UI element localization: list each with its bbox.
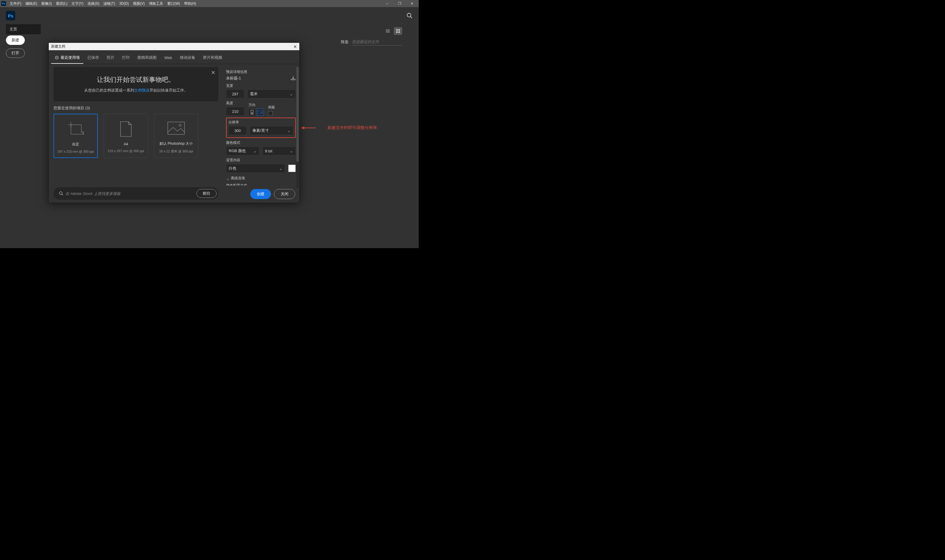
banner: ✕ 让我们开始尝试新事物吧。 从您自己的文档设置或一系列文档预设开始以快速开始工… bbox=[54, 67, 218, 101]
landscape-icon bbox=[257, 110, 263, 114]
height-input[interactable]: 210 bbox=[226, 107, 244, 116]
menu-layer[interactable]: 图层(L) bbox=[54, 1, 70, 6]
preset-name: 默认 Photoshop 大小 bbox=[160, 141, 193, 146]
menu-help[interactable]: 帮助(H) bbox=[182, 1, 198, 6]
portrait-icon bbox=[250, 110, 254, 115]
svg-line-1 bbox=[410, 17, 412, 18]
advanced-toggle[interactable]: ⌄高级选项 bbox=[226, 176, 296, 181]
tab-art[interactable]: 图稿和插图 bbox=[134, 52, 160, 64]
details-scrollbar-thumb[interactable] bbox=[296, 67, 299, 162]
menu-text[interactable]: 文字(Y) bbox=[69, 1, 85, 6]
orient-label: 方向 bbox=[248, 103, 264, 108]
svg-point-0 bbox=[407, 13, 411, 17]
tab-saved[interactable]: 已保存 bbox=[84, 52, 103, 64]
dialog-close-icon[interactable]: ✕ bbox=[293, 44, 297, 49]
width-input[interactable]: 297 bbox=[226, 89, 244, 98]
artboard-checkbox[interactable] bbox=[268, 111, 273, 116]
view-grid-icon[interactable] bbox=[394, 27, 402, 35]
open-button[interactable]: 打开 bbox=[6, 48, 25, 58]
chevron-down-icon: ⌄ bbox=[253, 149, 257, 153]
save-preset-icon[interactable] bbox=[290, 75, 296, 81]
profile-label: 颜色配置文件 bbox=[226, 183, 296, 186]
chevron-down-icon: ⌄ bbox=[279, 166, 282, 171]
stock-search-input[interactable] bbox=[63, 189, 196, 198]
ps-logo-icon: Ps bbox=[6, 11, 15, 20]
filter-input[interactable] bbox=[352, 38, 402, 46]
chevron-down-icon: ⌄ bbox=[287, 128, 291, 133]
resolution-input[interactable]: 300 bbox=[228, 126, 247, 135]
tab-web[interactable]: Web bbox=[161, 52, 176, 64]
bitdepth-select[interactable]: 8 bit⌄ bbox=[262, 146, 296, 155]
app-mini-icon: Ps bbox=[1, 1, 6, 6]
bg-select[interactable]: 白色⌄ bbox=[226, 164, 285, 173]
annotation-arrow-icon bbox=[301, 126, 316, 130]
tab-recent[interactable]: 最近使用项 bbox=[51, 52, 83, 64]
colormode-select[interactable]: RGB 颜色⌄ bbox=[226, 146, 259, 155]
main-area: 主页 新建 打开 筛选 新建文件时即可调整分辨率 新建文档 ✕ 最近使用项 已保… bbox=[0, 24, 419, 248]
menu-3d[interactable]: 3D(D) bbox=[117, 2, 131, 6]
stock-search-icon bbox=[59, 191, 63, 196]
svg-point-25 bbox=[261, 112, 262, 113]
svg-point-6 bbox=[386, 31, 387, 31]
banner-link[interactable]: 文档预设 bbox=[134, 88, 150, 92]
preset-name: 自定 bbox=[72, 142, 79, 147]
home-tab[interactable]: 主页 bbox=[6, 24, 41, 34]
resolution-label: 分辨率 bbox=[228, 120, 293, 125]
new-button[interactable]: 新建 bbox=[6, 35, 25, 45]
chevron-down-icon: ⌄ bbox=[226, 176, 230, 181]
menu-window[interactable]: 窗口(W) bbox=[165, 1, 182, 6]
preset-a4[interactable]: A4 210 x 297 mm @ 300 ppi bbox=[104, 114, 148, 158]
close-button[interactable]: 关闭 bbox=[274, 189, 295, 199]
preset-default[interactable]: 默认 Photoshop 大小 16 x 12 厘米 @ 300 ppi bbox=[154, 114, 198, 158]
menu-plugins[interactable]: 增效工具 bbox=[147, 1, 165, 6]
menu-filter[interactable]: 滤镜(T) bbox=[101, 1, 117, 6]
svg-rect-10 bbox=[396, 31, 398, 33]
preset-custom[interactable]: 自定 297 x 210 mm @ 300 ppi bbox=[54, 114, 98, 158]
clock-icon bbox=[55, 55, 59, 60]
width-unit-select[interactable]: 毫米⌄ bbox=[247, 89, 296, 98]
svg-rect-17 bbox=[168, 122, 185, 134]
svg-rect-11 bbox=[398, 31, 400, 33]
tab-mobile[interactable]: 移动设备 bbox=[176, 52, 199, 64]
menu-image[interactable]: 图像(I) bbox=[39, 1, 54, 6]
tab-recent-label: 最近使用项 bbox=[60, 55, 80, 60]
window-close-icon[interactable]: ✕ bbox=[406, 0, 418, 7]
resolution-unit-select[interactable]: 像素/英寸⌄ bbox=[250, 126, 293, 135]
search-icon[interactable] bbox=[406, 12, 413, 19]
chevron-down-icon: ⌄ bbox=[290, 149, 293, 153]
view-list-icon[interactable] bbox=[384, 27, 392, 35]
filter-label: 筛选 bbox=[341, 39, 348, 45]
custom-doc-icon bbox=[66, 120, 85, 138]
window-minimize-icon[interactable]: ─ bbox=[381, 0, 393, 7]
details-header: 预设详细信息 bbox=[226, 69, 296, 74]
preset-details-panel: 预设详细信息 未标题-1 宽度 297 毫米⌄ 高度 210 bbox=[223, 64, 299, 203]
svg-rect-9 bbox=[398, 29, 400, 31]
height-label: 高度 bbox=[226, 101, 244, 106]
go-button[interactable]: 前往 bbox=[196, 189, 217, 198]
orientation-portrait[interactable] bbox=[248, 109, 256, 116]
svg-rect-8 bbox=[396, 29, 398, 31]
preset-sub: 297 x 210 mm @ 300 ppi bbox=[57, 150, 94, 153]
create-button[interactable]: 创建 bbox=[250, 189, 271, 199]
svg-point-23 bbox=[251, 112, 253, 114]
svg-point-18 bbox=[179, 124, 181, 126]
doc-name-field[interactable]: 未标题-1 bbox=[226, 75, 241, 81]
orientation-landscape[interactable] bbox=[257, 109, 264, 116]
menu-file[interactable]: 文件(F) bbox=[8, 1, 23, 6]
bg-color-swatch[interactable] bbox=[288, 165, 296, 172]
dialog-title: 新建文档 bbox=[51, 44, 65, 49]
preset-sub: 16 x 12 厘米 @ 300 ppi bbox=[159, 149, 193, 154]
new-document-dialog: 新建文档 ✕ 最近使用项 已保存 照片 打印 图稿和插图 Web 移动设备 胶片… bbox=[48, 43, 300, 203]
menu-edit[interactable]: 编辑(E) bbox=[23, 1, 39, 6]
width-label: 宽度 bbox=[226, 83, 296, 88]
recent-header: 您最近使用的项目 (3) bbox=[54, 105, 218, 111]
banner-close-icon[interactable]: ✕ bbox=[211, 69, 216, 76]
tab-film[interactable]: 胶片和视频 bbox=[199, 52, 226, 64]
menu-view[interactable]: 视图(V) bbox=[131, 1, 147, 6]
tab-photo[interactable]: 照片 bbox=[103, 52, 118, 64]
tab-print[interactable]: 打印 bbox=[119, 52, 133, 64]
default-image-icon bbox=[166, 121, 186, 135]
svg-point-5 bbox=[386, 29, 387, 30]
menu-select[interactable]: 选择(S) bbox=[85, 1, 101, 6]
window-maximize-icon[interactable]: ❐ bbox=[393, 0, 406, 7]
